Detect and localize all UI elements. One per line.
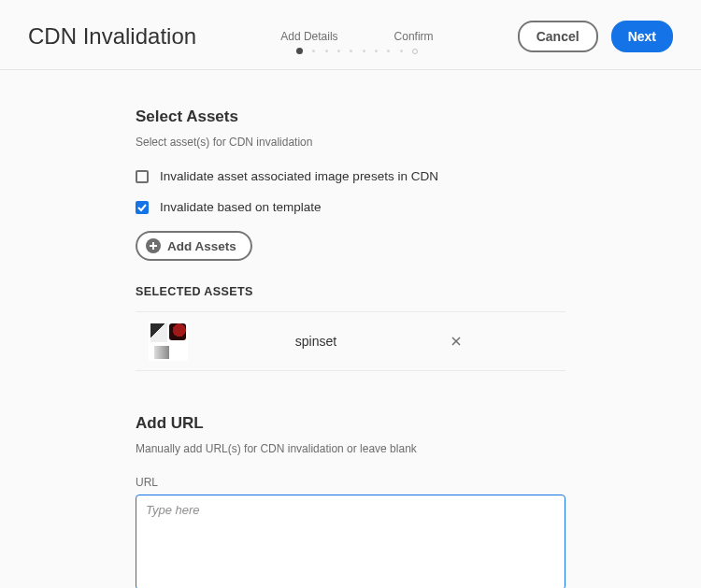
select-assets-sub: Select asset(s) for CDN invalidation — [136, 136, 565, 149]
header-actions: Cancel Next — [518, 21, 673, 52]
step-dot — [325, 50, 328, 52]
url-field-label: URL — [136, 476, 565, 489]
step-dot — [363, 50, 365, 52]
checkbox-unchecked-icon[interactable] — [136, 170, 149, 183]
selected-assets-label: SELECTED ASSETS — [136, 285, 565, 298]
step-label: Add Details — [280, 30, 337, 43]
step-dot — [400, 50, 403, 52]
page-title: CDN Invalidation — [28, 23, 196, 50]
step-add-details: Add Details — [280, 30, 337, 43]
checkbox-label: Invalidate asset associated image preset… — [160, 169, 438, 183]
step-dot — [337, 50, 340, 52]
step-label: Confirm — [394, 30, 434, 43]
page-header: CDN Invalidation Add Details Confirm Can… — [0, 0, 701, 70]
add-assets-label: Add Assets — [167, 239, 236, 253]
step-dot — [387, 50, 390, 52]
asset-row: spinset — [136, 311, 565, 371]
select-assets-heading: Select Assets — [136, 108, 565, 126]
step-confirm: Confirm — [394, 30, 434, 43]
checkbox-label: Invalidate based on template — [160, 200, 322, 214]
url-textarea[interactable] — [136, 495, 565, 588]
add-assets-button[interactable]: Add Assets — [136, 231, 252, 261]
asset-name: spinset — [188, 334, 444, 349]
checkbox-checked-icon[interactable] — [136, 201, 149, 214]
add-url-section: Add URL Manually add URL(s) for CDN inva… — [136, 414, 565, 588]
close-icon — [451, 337, 461, 346]
step-dot — [375, 50, 378, 52]
step-dot-active — [296, 48, 303, 54]
cancel-button[interactable]: Cancel — [518, 21, 598, 52]
step-dot-hollow — [412, 49, 418, 54]
step-dot — [312, 50, 315, 52]
remove-asset-button[interactable] — [444, 330, 468, 352]
add-url-heading: Add URL — [136, 414, 565, 433]
main-content: Select Assets Select asset(s) for CDN in… — [0, 70, 701, 588]
wizard-stepper: Add Details Confirm — [196, 30, 518, 43]
plus-circle-icon — [146, 238, 161, 253]
step-dot — [350, 50, 352, 52]
next-button[interactable]: Next — [611, 21, 673, 52]
add-url-sub: Manually add URL(s) for CDN invalidation… — [136, 442, 565, 455]
checkbox-row-presets[interactable]: Invalidate asset associated image preset… — [136, 169, 565, 183]
checkbox-row-template[interactable]: Invalidate based on template — [136, 200, 565, 214]
asset-thumbnail — [149, 322, 188, 361]
